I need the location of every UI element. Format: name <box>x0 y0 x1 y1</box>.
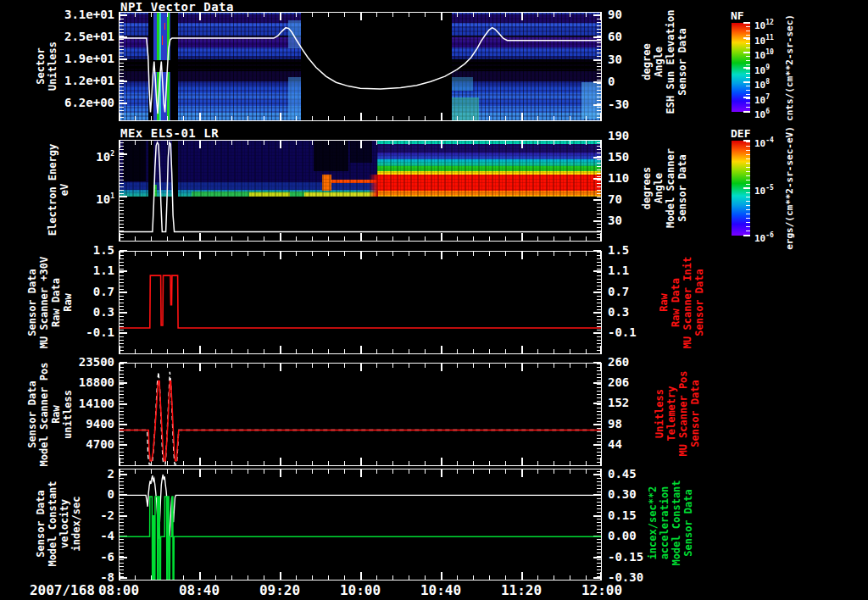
colorbar-major-tick <box>743 140 750 142</box>
colorbar-tick-label: 106 <box>754 107 770 120</box>
colorbar-tick-label: 1010 <box>754 47 774 61</box>
x-axis-tick-label: 11:20 <box>487 583 555 597</box>
right-axis-tick-label: 206 <box>608 376 654 389</box>
els-colorbar-title: DEF <box>731 128 750 139</box>
left-axis-tick-label: 1.9e+01 <box>49 53 114 65</box>
colorbar-tick-label: 108 <box>754 77 770 91</box>
colorbar-tick-label: 10-5 <box>754 183 774 197</box>
colorbar-major-tick <box>743 111 750 113</box>
mu-scanner-30v-series-overlay <box>119 251 602 354</box>
panel-els-title: MEx ELS-01 LR <box>120 127 219 139</box>
left-axis-tick-label: 1.2e+01 <box>49 75 114 87</box>
colorbar-major-tick <box>743 52 750 53</box>
series-scanner-angle <box>119 142 602 232</box>
series-sun-elevation-angle <box>119 28 602 114</box>
right-axis-tick-label: 44 <box>608 438 654 451</box>
panel-npi-vector-title: NPI Vector Data <box>120 1 234 13</box>
x-axis-tick-label: 08:00 <box>85 583 153 597</box>
x-axis-tick-label: 12:00 <box>568 583 636 597</box>
scanner-pos-series-overlay <box>119 363 602 466</box>
right-axis-tick-label: 260 <box>608 356 654 369</box>
right-axis-tick-label: 0.7 <box>608 286 654 298</box>
series-model-scanner-pos-raw <box>119 372 602 464</box>
colorbar-tick-label: 1011 <box>754 33 774 47</box>
colorbar-tick-label: 107 <box>754 92 770 106</box>
right-axis-tick-label: -0.1 <box>608 326 654 339</box>
series-model-constant-velocity <box>119 475 602 540</box>
x-axis-tick-label: 10:00 <box>326 583 394 597</box>
colorbar-tick-label: 109 <box>754 63 770 76</box>
colorbar-major-tick <box>743 97 750 98</box>
left-axis-tick-label: 1.5 <box>49 244 114 257</box>
right-axis-tick-label: 0.45 <box>608 468 654 481</box>
x-axis-date-label: 2007/168 <box>17 583 95 597</box>
left-axis-tick-label: 3.1e+01 <box>49 8 114 21</box>
right-axis-tick-label: 98 <box>608 418 654 431</box>
colorbar-major-tick <box>743 235 750 236</box>
left-axis-tick-label: 2.5e+01 <box>49 31 114 43</box>
colorbar-major-tick <box>743 37 750 39</box>
colorbar-tick-label: 10-6 <box>754 231 774 244</box>
right-axis-tick-label: 0.3 <box>608 306 654 319</box>
colorbar-major-tick <box>743 22 750 24</box>
right-axis-tick-label: 190 <box>608 130 654 142</box>
colorbar-major-tick <box>743 187 750 189</box>
right-axis-tick-label: 152 <box>608 397 654 409</box>
colorbar-tick-label: 10-4 <box>754 136 774 149</box>
series-model-constant-acceleration <box>119 497 602 580</box>
npi-vector-colorbar-title: NF <box>731 10 744 21</box>
right-axis-tick-label: 1.1 <box>608 264 654 277</box>
colorbar-major-tick <box>743 67 750 69</box>
series-mu-scanner-30v-raw <box>119 275 602 328</box>
right-axis-tick-label: 1.5 <box>608 244 654 257</box>
series-mu-scanner-pos-telemetry <box>119 381 602 461</box>
x-axis-tick-label: 10:40 <box>407 583 475 597</box>
x-axis-tick-label: 08:40 <box>165 583 233 597</box>
left-axis-tick-label: 6.2e+00 <box>49 97 114 109</box>
colorbar-major-tick <box>743 81 750 83</box>
colorbar-tick-label: 1012 <box>754 18 774 31</box>
npi-vector-series-overlay <box>119 12 602 121</box>
model-constant-series-overlay <box>119 469 602 581</box>
left-axis-tick-label: 2 <box>49 468 114 481</box>
x-axis-tick-label: 09:20 <box>246 583 314 597</box>
els-series-overlay <box>119 140 602 242</box>
plot-figure: NPI Vector Data MEx ELS-01 LR 2007/168 3… <box>0 0 868 600</box>
